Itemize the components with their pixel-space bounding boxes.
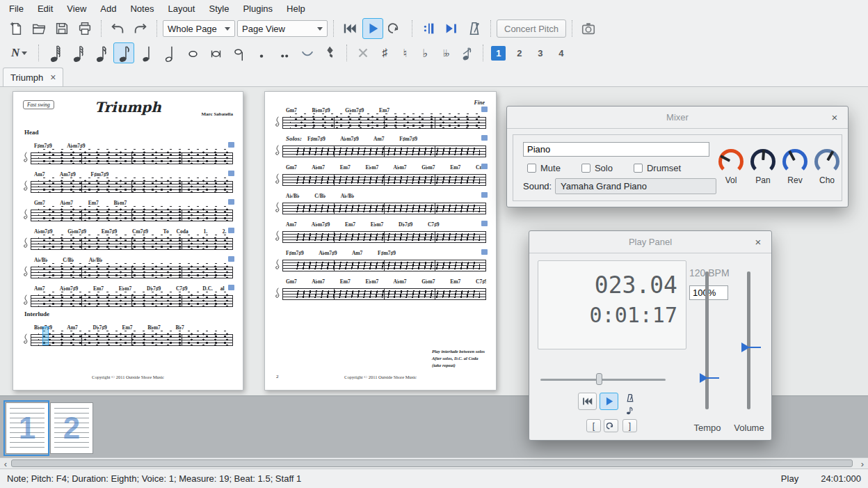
system-break-icon[interactable] bbox=[481, 221, 488, 226]
scrollbar-thumb[interactable] bbox=[11, 459, 853, 467]
sound-combobox[interactable]: Yamaha Grand Piano bbox=[555, 178, 716, 194]
metronome-toggle[interactable] bbox=[624, 393, 636, 403]
close-icon[interactable]: × bbox=[50, 72, 56, 82]
note-whole-button[interactable] bbox=[182, 42, 203, 63]
tempo-slider-handle[interactable] bbox=[700, 373, 708, 383]
count-in-toggle[interactable] bbox=[624, 405, 636, 416]
menu-edit[interactable]: Edit bbox=[31, 2, 59, 15]
system-break-icon[interactable] bbox=[228, 256, 234, 262]
menu-notes[interactable]: Notes bbox=[124, 2, 160, 15]
staff-system[interactable]: Am7 A♭m7♯9 Em7 E♭m7 D♭7♯9 C7♯9 D.C. al F… bbox=[23, 284, 233, 307]
staff-system[interactable]: A♭m7♯9 G♭m7♯9 Em7♯9 Cm7♯9 To Coda 1. 2. bbox=[23, 227, 233, 250]
chord-row[interactable]: B♭m7♯9 Am7 D♭7♯9 Em7 B♭m7 B♭7 bbox=[34, 324, 184, 331]
system-break-icon[interactable] bbox=[228, 285, 234, 290]
fine-marking[interactable]: Fine bbox=[474, 100, 485, 106]
staff-system[interactable]: F♯m7♯9 A♭m7♯9 Am7 F♯m7♯9 bbox=[275, 249, 486, 271]
solo-checkbox[interactable]: Solo bbox=[581, 163, 613, 173]
loop-out-button[interactable]: ] bbox=[622, 419, 637, 432]
note-longa-button[interactable] bbox=[228, 42, 249, 63]
tie-button[interactable] bbox=[297, 42, 318, 63]
tempo-slider-track[interactable] bbox=[705, 271, 709, 409]
chord-row[interactable]: A♭/B♭ C/B♭ A♭/B♭ bbox=[34, 257, 102, 263]
pan-score-button[interactable] bbox=[441, 18, 462, 39]
checkbox-box[interactable] bbox=[527, 164, 536, 173]
system-break-icon[interactable] bbox=[481, 249, 488, 255]
chord-row[interactable]: Gm7 B♭m7♯9 G♭m7♯9 Em7 bbox=[286, 107, 389, 113]
menu-add[interactable]: Add bbox=[94, 2, 122, 15]
concert-pitch-button[interactable]: Concert Pitch bbox=[497, 19, 566, 38]
staff-system[interactable]: Am7 A♭m7♯9 Em7 E♭m7 D♭7♯9 C7♯9 bbox=[275, 220, 486, 243]
note-32nd-button[interactable] bbox=[67, 42, 88, 63]
view-mode-combobox[interactable]: Page View bbox=[237, 20, 328, 37]
system-break-icon[interactable] bbox=[481, 192, 488, 198]
rewind-button[interactable] bbox=[339, 18, 360, 39]
staff-system[interactable]: Gm7 A♭m7 Em7 E♭m7 A♭m7 G♭m7 Em7 Cm7♯9 bbox=[275, 163, 486, 186]
staff-system[interactable]: A♭/B♭ C/B♭ A♭/B♭ bbox=[275, 191, 486, 214]
note-half-button[interactable] bbox=[159, 42, 180, 63]
tempo-percent-input[interactable] bbox=[689, 285, 728, 300]
menu-file[interactable]: File bbox=[3, 2, 30, 15]
checkbox-box[interactable] bbox=[634, 164, 643, 173]
metronome-button[interactable] bbox=[464, 18, 485, 39]
print-button[interactable] bbox=[74, 18, 95, 39]
system-break-icon[interactable] bbox=[228, 171, 234, 176]
drumset-checkbox[interactable]: Drumset bbox=[634, 163, 681, 173]
selected-note-highlight[interactable] bbox=[42, 326, 49, 345]
flip-direction-button[interactable] bbox=[353, 42, 373, 63]
navigator-view-rectangle[interactable] bbox=[3, 400, 49, 456]
chord-row[interactable]: Gm7 A♭m7 Em7 B♭m7 bbox=[34, 200, 127, 206]
voice-1-button[interactable]: 1 bbox=[491, 46, 506, 61]
play-button[interactable] bbox=[600, 393, 618, 410]
grace-note-button[interactable] bbox=[456, 42, 477, 63]
scroll-right-arrow[interactable]: › bbox=[857, 458, 868, 469]
chord-row[interactable]: F♯m7♯9 A♭m7♯9 Am7 F♯m7♯9 bbox=[286, 250, 396, 256]
staff-system[interactable]: Gm7 B♭m7♯9 G♭m7♯9 Em7 bbox=[275, 106, 486, 129]
system-break-icon[interactable] bbox=[228, 142, 234, 148]
close-icon[interactable]: × bbox=[752, 236, 764, 249]
system-break-icon[interactable] bbox=[481, 107, 488, 112]
sharp-button[interactable]: ♯ bbox=[376, 43, 394, 63]
undo-button[interactable] bbox=[107, 18, 128, 39]
reverb-knob[interactable] bbox=[782, 149, 807, 174]
close-icon[interactable]: × bbox=[828, 111, 841, 124]
staff-system[interactable]: A♭/B♭ C/B♭ A♭/B♭ bbox=[23, 255, 233, 278]
voice-3-button[interactable]: 3 bbox=[533, 46, 547, 61]
note-breve-button[interactable] bbox=[205, 42, 226, 63]
chord-row[interactable]: Am7 A♭m7♯9 Em7 E♭m7 D♭7♯9 C7♯9 D.C. al F… bbox=[34, 285, 233, 292]
staff-system[interactable]: Gm7 A♭m7 Em7 E♭m7 A♭m7 G♭m7 Em7 C7♯9 bbox=[275, 277, 486, 300]
note-16th-button[interactable] bbox=[90, 42, 111, 63]
menu-help[interactable]: Help bbox=[280, 2, 312, 15]
chord-row[interactable]: A♭m7♯9 G♭m7♯9 Em7♯9 Cm7♯9 To Coda 1. 2. bbox=[34, 228, 226, 235]
position-slider-handle[interactable] bbox=[596, 373, 602, 385]
chord-row[interactable]: Gm7 A♭m7 Em7 E♭m7 A♭m7 G♭m7 Em7 C7♯9 bbox=[286, 278, 486, 285]
note-eighth-button[interactable] bbox=[113, 42, 134, 63]
staff-system[interactable]: Solos:F♯m7♯9 A♭m7♯9 Am7 F♯m7♯9 bbox=[275, 134, 486, 157]
volume-knob[interactable] bbox=[718, 149, 744, 174]
note-64th-button[interactable] bbox=[45, 42, 65, 63]
position-slider-track[interactable] bbox=[540, 379, 666, 381]
menu-layout[interactable]: Layout bbox=[161, 2, 201, 15]
voice-2-button[interactable]: 2 bbox=[512, 46, 527, 61]
play-repeats-button[interactable] bbox=[418, 18, 439, 39]
system-break-icon[interactable] bbox=[228, 228, 234, 233]
loop-in-button[interactable]: [ bbox=[586, 419, 601, 432]
checkbox-box[interactable] bbox=[581, 164, 590, 173]
menu-style[interactable]: Style bbox=[202, 2, 235, 15]
staff-system[interactable]: B♭m7♯9 Am7 D♭7♯9 Em7 B♭m7 B♭7 bbox=[23, 323, 233, 346]
save-button[interactable] bbox=[51, 18, 72, 39]
chord-row[interactable]: A♭/B♭ C/B♭ A♭/B♭ bbox=[286, 193, 354, 199]
voice-4-button[interactable]: 4 bbox=[554, 46, 568, 61]
menu-view[interactable]: View bbox=[61, 2, 93, 15]
track-name-input[interactable] bbox=[523, 142, 709, 157]
redo-button[interactable] bbox=[130, 18, 151, 39]
double-dot-button[interactable] bbox=[274, 42, 295, 63]
flat-button[interactable]: ♭ bbox=[416, 43, 434, 63]
staff-system[interactable]: Am7 Am7♯9 F♯m7♯9 bbox=[23, 170, 233, 193]
chord-row[interactable]: F♯m7♯9 A♭m7♯9 Am7 F♯m7♯9 bbox=[307, 136, 417, 142]
play-button[interactable] bbox=[362, 18, 383, 39]
chorus-knob[interactable] bbox=[814, 149, 839, 174]
performance-note[interactable]: Play interlude between solos After solos… bbox=[432, 348, 485, 369]
chord-row[interactable]: Am7 Am7♯9 F♯m7♯9 bbox=[34, 171, 108, 178]
open-file-button[interactable] bbox=[29, 18, 49, 39]
volume-slider-track[interactable] bbox=[747, 271, 750, 409]
